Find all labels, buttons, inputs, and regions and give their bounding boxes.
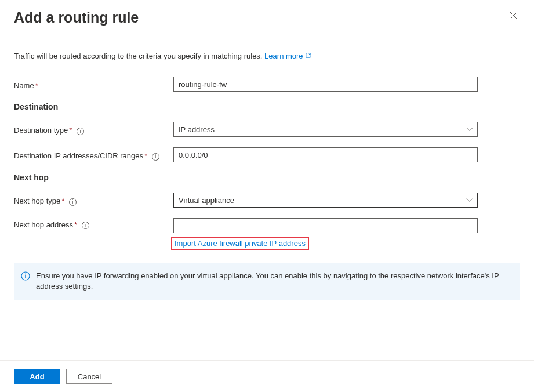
- close-icon: [510, 12, 518, 20]
- info-icon: [21, 271, 30, 292]
- learn-more-link[interactable]: Learn more: [264, 52, 311, 60]
- info-box: Ensure you have IP forwarding enabled on…: [14, 263, 520, 300]
- destination-cidr-label: Destination IP addresses/CIDR ranges* i: [14, 149, 173, 160]
- required-indicator: *: [69, 126, 72, 135]
- intro-body: Traffic will be routed according to the …: [14, 52, 262, 60]
- nexthop-type-label: Next hop type* i: [14, 194, 173, 205]
- svg-point-1: [25, 274, 26, 275]
- required-indicator: *: [74, 220, 77, 229]
- info-icon[interactable]: i: [152, 153, 159, 161]
- external-link-icon: [305, 52, 311, 60]
- svg-rect-2: [25, 275, 26, 279]
- nexthop-type-select[interactable]: Virtual appliance: [173, 193, 478, 208]
- page-title: Add a routing rule: [14, 9, 139, 26]
- cancel-button[interactable]: Cancel: [66, 369, 112, 384]
- add-button[interactable]: Add: [14, 369, 60, 384]
- required-indicator: *: [144, 151, 147, 160]
- nexthop-heading: Next hop: [14, 173, 520, 182]
- destination-type-label: Destination type* i: [14, 124, 173, 135]
- close-button[interactable]: [507, 9, 520, 24]
- import-firewall-ip-link[interactable]: Import Azure firewall private IP address: [171, 237, 309, 250]
- info-box-text: Ensure you have IP forwarding enabled on…: [36, 271, 513, 292]
- info-icon[interactable]: i: [82, 222, 89, 229]
- name-label: Name*: [14, 79, 173, 90]
- required-indicator: *: [61, 197, 64, 205]
- name-input[interactable]: [173, 77, 478, 92]
- footer: Add Cancel: [0, 360, 534, 392]
- destination-type-select[interactable]: IP address: [173, 122, 478, 137]
- destination-cidr-input[interactable]: [173, 147, 478, 162]
- required-indicator: *: [35, 81, 38, 90]
- intro-text: Traffic will be routed according to the …: [14, 52, 520, 60]
- info-icon[interactable]: i: [77, 128, 84, 135]
- nexthop-address-input[interactable]: [173, 218, 478, 233]
- info-icon[interactable]: i: [69, 198, 77, 206]
- destination-heading: Destination: [14, 102, 520, 111]
- nexthop-address-label: Next hop address* i: [14, 218, 173, 229]
- learn-more-label: Learn more: [264, 52, 303, 60]
